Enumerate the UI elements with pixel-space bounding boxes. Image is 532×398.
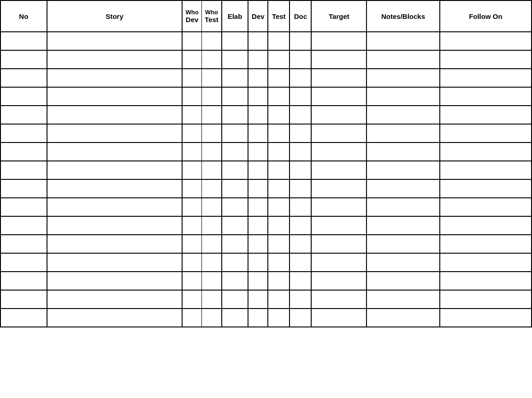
table-cell[interactable]	[268, 179, 290, 198]
table-cell[interactable]	[202, 143, 222, 161]
table-row[interactable]	[0, 161, 532, 179]
table-cell[interactable]	[311, 50, 366, 69]
table-cell[interactable]	[47, 235, 182, 253]
table-cell[interactable]	[47, 106, 182, 124]
table-cell[interactable]	[290, 69, 311, 87]
table-cell[interactable]	[311, 272, 366, 290]
table-cell[interactable]	[222, 290, 248, 309]
table-cell[interactable]	[268, 198, 290, 216]
table-cell[interactable]	[440, 106, 532, 124]
table-cell[interactable]	[248, 161, 268, 179]
table-cell[interactable]	[0, 32, 47, 50]
table-cell[interactable]	[268, 50, 290, 69]
table-cell[interactable]	[268, 69, 290, 87]
table-cell[interactable]	[290, 253, 311, 272]
table-cell[interactable]	[366, 50, 439, 69]
table-cell[interactable]	[290, 124, 311, 143]
table-row[interactable]	[0, 272, 532, 290]
table-cell[interactable]	[248, 179, 268, 198]
table-cell[interactable]	[47, 216, 182, 235]
table-cell[interactable]	[268, 124, 290, 143]
table-row[interactable]	[0, 124, 532, 143]
table-cell[interactable]	[366, 143, 439, 161]
table-cell[interactable]	[248, 198, 268, 216]
table-cell[interactable]	[202, 198, 222, 216]
table-cell[interactable]	[202, 272, 222, 290]
table-cell[interactable]	[311, 253, 366, 272]
table-cell[interactable]	[47, 253, 182, 272]
table-cell[interactable]	[268, 87, 290, 106]
table-cell[interactable]	[366, 87, 439, 106]
table-cell[interactable]	[202, 235, 222, 253]
table-cell[interactable]	[222, 198, 248, 216]
table-cell[interactable]	[440, 69, 532, 87]
table-cell[interactable]	[47, 179, 182, 198]
table-cell[interactable]	[202, 106, 222, 124]
table-cell[interactable]	[47, 272, 182, 290]
table-cell[interactable]	[47, 32, 182, 50]
table-cell[interactable]	[311, 143, 366, 161]
table-cell[interactable]	[182, 106, 202, 124]
table-cell[interactable]	[440, 309, 532, 327]
table-cell[interactable]	[366, 253, 439, 272]
table-cell[interactable]	[222, 216, 248, 235]
table-cell[interactable]	[268, 106, 290, 124]
table-cell[interactable]	[47, 161, 182, 179]
table-cell[interactable]	[0, 124, 47, 143]
table-cell[interactable]	[182, 216, 202, 235]
table-cell[interactable]	[182, 253, 202, 272]
table-cell[interactable]	[440, 235, 532, 253]
table-cell[interactable]	[268, 235, 290, 253]
table-cell[interactable]	[182, 69, 202, 87]
table-cell[interactable]	[290, 87, 311, 106]
table-cell[interactable]	[311, 216, 366, 235]
table-cell[interactable]	[182, 161, 202, 179]
table-cell[interactable]	[222, 32, 248, 50]
table-cell[interactable]	[47, 198, 182, 216]
table-cell[interactable]	[182, 143, 202, 161]
table-cell[interactable]	[248, 32, 268, 50]
table-cell[interactable]	[222, 235, 248, 253]
table-cell[interactable]	[47, 50, 182, 69]
table-cell[interactable]	[202, 290, 222, 309]
table-cell[interactable]	[248, 143, 268, 161]
table-cell[interactable]	[248, 272, 268, 290]
table-cell[interactable]	[0, 235, 47, 253]
table-row[interactable]	[0, 216, 532, 235]
table-cell[interactable]	[182, 309, 202, 327]
table-cell[interactable]	[202, 32, 222, 50]
table-cell[interactable]	[366, 179, 439, 198]
table-cell[interactable]	[182, 198, 202, 216]
table-cell[interactable]	[366, 235, 439, 253]
table-cell[interactable]	[248, 235, 268, 253]
table-cell[interactable]	[248, 309, 268, 327]
table-cell[interactable]	[222, 179, 248, 198]
table-cell[interactable]	[311, 124, 366, 143]
table-cell[interactable]	[366, 309, 439, 327]
table-cell[interactable]	[248, 124, 268, 143]
table-cell[interactable]	[182, 272, 202, 290]
table-cell[interactable]	[290, 216, 311, 235]
table-cell[interactable]	[290, 290, 311, 309]
table-cell[interactable]	[202, 161, 222, 179]
table-cell[interactable]	[290, 143, 311, 161]
table-cell[interactable]	[248, 87, 268, 106]
table-cell[interactable]	[268, 143, 290, 161]
table-cell[interactable]	[248, 216, 268, 235]
table-row[interactable]	[0, 290, 532, 309]
table-cell[interactable]	[290, 106, 311, 124]
table-row[interactable]	[0, 198, 532, 216]
table-cell[interactable]	[202, 253, 222, 272]
table-cell[interactable]	[366, 216, 439, 235]
table-cell[interactable]	[47, 69, 182, 87]
table-cell[interactable]	[0, 290, 47, 309]
table-cell[interactable]	[47, 124, 182, 143]
table-cell[interactable]	[268, 290, 290, 309]
table-row[interactable]	[0, 235, 532, 253]
table-cell[interactable]	[222, 124, 248, 143]
table-cell[interactable]	[311, 69, 366, 87]
table-cell[interactable]	[0, 87, 47, 106]
table-cell[interactable]	[182, 87, 202, 106]
table-cell[interactable]	[366, 290, 439, 309]
table-cell[interactable]	[202, 309, 222, 327]
